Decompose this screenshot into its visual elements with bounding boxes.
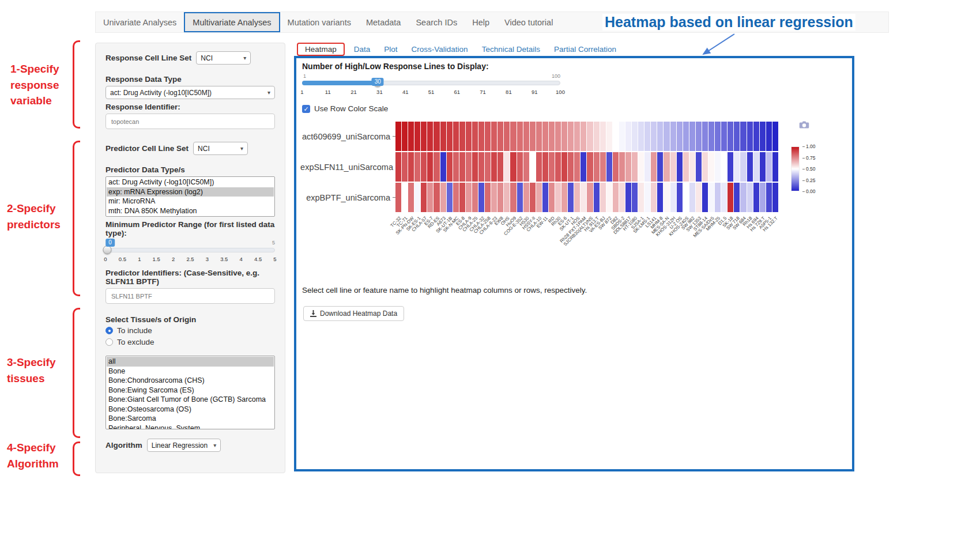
- heatmap-cell: [625, 122, 631, 151]
- option-bone-ewing-sarcoma-es[interactable]: Bone:Ewing Sarcoma (ES): [107, 386, 274, 395]
- slider-tick-1: 1: [138, 256, 141, 262]
- option-all[interactable]: all: [107, 357, 274, 367]
- lines-slider-min-label: 1: [303, 73, 306, 79]
- heatmap-cell: [568, 183, 574, 212]
- chevron-down-icon: ▾: [213, 442, 216, 448]
- option-bone-chondrosarcoma-chs[interactable]: Bone:Chondrosarcoma (CHS): [107, 376, 274, 386]
- heatmap-cell: [491, 152, 497, 182]
- heatmap-cell: [594, 152, 600, 182]
- heatmap-cell: [408, 183, 414, 212]
- heatmap-row-label-act609699-unisarcoma[interactable]: act609699_uniSarcoma: [302, 122, 395, 151]
- option-act-drug-activity-log10-ic50m[interactable]: act: Drug Activity (-log10[IC50M]): [107, 178, 274, 187]
- range-slider-track[interactable]: [105, 248, 275, 252]
- heatmap-cell: [760, 183, 766, 212]
- heatmap-cell: [478, 122, 484, 151]
- slider-tick-2-5: 2.5: [186, 256, 194, 262]
- heatmap-cell: [421, 152, 427, 182]
- heatmap-cell: [510, 183, 516, 212]
- min-predictor-range-slider[interactable]: 0 5 00.511.522.533.544.55: [105, 239, 275, 264]
- download-heatmap-button[interactable]: Download Heatmap Data: [303, 306, 404, 321]
- tab-data[interactable]: Data: [347, 44, 378, 55]
- colorbar-tick-0-00: 0.00: [802, 188, 816, 194]
- heatmap-cell: [772, 183, 778, 212]
- heatmap-cell: [600, 152, 606, 182]
- heatmap-cell: [753, 122, 759, 151]
- tissue-listbox[interactable]: allBoneBone:Chondrosarcoma (CHS)Bone:Ewi…: [105, 356, 275, 429]
- predictor-cell-line-set-select[interactable]: NCI ▾: [193, 142, 248, 155]
- heatmap-cell: [517, 122, 523, 151]
- heatmap-cell: [721, 183, 727, 212]
- option-bone[interactable]: Bone: [107, 367, 274, 376]
- heatmap-cell: [414, 183, 420, 212]
- option-exp-mrna-expression-log2[interactable]: exp: mRNA Expression (log2): [107, 187, 274, 197]
- heatmap-cell: [523, 122, 529, 151]
- slider-tick-51: 51: [428, 89, 435, 95]
- camera-icon[interactable]: [799, 120, 809, 131]
- heatmap-cell: [664, 152, 669, 182]
- tissue-exclude-option[interactable]: To exclude: [105, 338, 275, 346]
- heatmap-cell: [613, 122, 619, 151]
- predictor-data-type-listbox[interactable]: act: Drug Activity (-log10[IC50M])exp: m…: [105, 176, 275, 217]
- predictor-identifiers-input[interactable]: [105, 288, 275, 304]
- heatmap-cell: [517, 152, 523, 182]
- heatmap-cell: [600, 122, 606, 151]
- heatmap-cell: [664, 183, 669, 212]
- option-mir-microrna[interactable]: mir: MicroRNA: [107, 197, 274, 206]
- option-bone-giant-cell-tumor-of-bone-gctb-sarcoma[interactable]: Bone:Giant Cell Tumor of Bone (GCTB) Sar…: [107, 395, 274, 405]
- tab-heatmap[interactable]: Heatmap: [297, 43, 345, 56]
- range-slider-max-label: 5: [272, 240, 275, 246]
- row-color-scale-checkbox[interactable]: ✓ Use Row Color Scale: [302, 104, 388, 113]
- heatmap-cell: [683, 152, 689, 182]
- slider-tick-4: 4: [240, 256, 243, 262]
- heatmap-cell: [497, 183, 503, 212]
- tab-technical-details[interactable]: Technical Details: [475, 44, 547, 55]
- heatmap-cell: [677, 122, 683, 151]
- option-bone-osteosarcoma-os[interactable]: Bone:Osteosarcoma (OS): [107, 405, 274, 414]
- nav-tab-mutation-variants[interactable]: Mutation variants: [280, 12, 359, 32]
- heatmap-cell: [427, 152, 433, 182]
- nav-tab-search-ids[interactable]: Search IDs: [408, 12, 465, 32]
- heatmap-row-label-expbptf-unisarcoma[interactable]: expBPTF_uniSarcoma: [302, 183, 395, 212]
- heatmap-row-label-expslfn11-unisarcoma[interactable]: expSLFN11_uniSarcoma: [302, 152, 395, 182]
- heatmap-cell: [740, 183, 746, 212]
- heatmap-cell: [453, 122, 459, 151]
- lines-slider[interactable]: 1 100 30 1112131415161718191100: [302, 73, 560, 103]
- heatmap-cell: [395, 122, 401, 151]
- range-slider-handle[interactable]: [103, 246, 111, 254]
- response-data-type-select[interactable]: act: Drug Activity (-log10[IC50M]) ▾: [105, 86, 275, 99]
- algorithm-select[interactable]: Linear Regression ▾: [147, 439, 221, 452]
- heatmap-cell: [581, 122, 586, 151]
- option-peripheral-nervous-system[interactable]: Peripheral_Nervous_System: [107, 424, 274, 430]
- response-identifier-input[interactable]: [105, 114, 275, 129]
- heatmap-cell: [587, 122, 593, 151]
- row-color-scale-label: Use Row Color Scale: [314, 104, 388, 113]
- heatmap-cell: [606, 183, 612, 212]
- heatmap-grid[interactable]: [395, 122, 778, 212]
- tab-plot[interactable]: Plot: [377, 44, 404, 55]
- heatmap-cell: [587, 152, 593, 182]
- tissue-include-option[interactable]: To include: [105, 326, 275, 335]
- nav-tab-video-tutorial[interactable]: Video tutorial: [497, 12, 560, 32]
- heatmap-cell: [715, 152, 721, 182]
- nav-tab-univariate-analyses[interactable]: Univariate Analyses: [96, 12, 184, 32]
- nav-tab-metadata[interactable]: Metadata: [359, 12, 408, 32]
- response-cell-line-set-value: NCI: [201, 54, 213, 62]
- heatmap-cell: [766, 183, 772, 212]
- step2-label: 2-Specify predictors: [7, 201, 71, 232]
- option-bone-sarcoma[interactable]: Bone:Sarcoma: [107, 414, 274, 424]
- tab-partial-correlation[interactable]: Partial Correlation: [547, 44, 623, 55]
- heatmap-cell: [555, 152, 561, 182]
- nav-tab-multivariate-analyses[interactable]: Multivariate Analyses: [184, 12, 280, 32]
- response-cell-line-set-select[interactable]: NCI ▾: [196, 51, 251, 65]
- heatmap-cell: [491, 183, 497, 212]
- heatmap-cell: [472, 183, 478, 212]
- tab-cross-validation[interactable]: Cross-Validation: [405, 44, 475, 55]
- heatmap-cell: [568, 152, 574, 182]
- option-mth-dna-850k-methylation[interactable]: mth: DNA 850K Methylation: [107, 206, 274, 216]
- heatmap-cell: [747, 183, 753, 212]
- heatmap-cell: [747, 152, 753, 182]
- nav-tab-help[interactable]: Help: [465, 12, 497, 32]
- heatmap-cell: [708, 152, 714, 182]
- lines-slider-fill: [302, 81, 378, 85]
- heatmap-cell: [447, 183, 453, 212]
